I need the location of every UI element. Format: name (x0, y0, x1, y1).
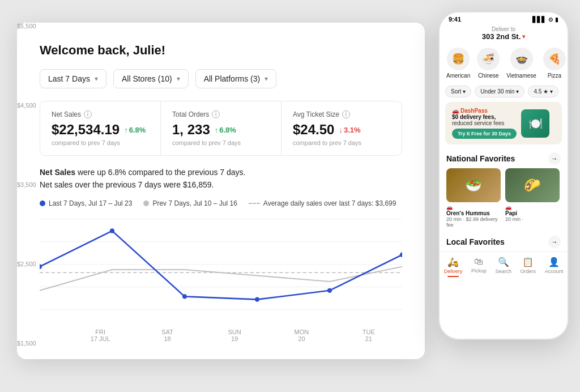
legend-prev: Prev 7 Days, Jul 10 – Jul 16 (143, 199, 237, 207)
total-orders-value: 1, 233 ↑ 6.8% (172, 122, 270, 138)
nav-pickup[interactable]: 🛍 Pickup (471, 257, 487, 277)
dashpass-line2: reduced service fees (452, 120, 517, 126)
legend-dot-prev (143, 201, 149, 206)
local-favorites-arrow[interactable]: → (548, 236, 561, 248)
svg-point-10 (327, 288, 332, 292)
category-chinese[interactable]: 🍜 Chinese (477, 48, 500, 79)
address-display[interactable]: 303 2nd St. ▾ (440, 32, 568, 41)
orens-dashpass: 🚗 (446, 204, 501, 210)
time-filter-pill[interactable]: Under 30 min ▾ (475, 86, 524, 97)
chevron-down-icon: ▾ (95, 75, 98, 83)
legend-average: Average daily sales over last 7 days: $3… (249, 199, 396, 207)
signal-icon: ▋▋▋ (532, 16, 546, 23)
restaurant-orens[interactable]: 🥗 🚗 Oren's Hummus 20 min · $2.99 deliver… (446, 168, 501, 228)
nav-orders[interactable]: 📋 Orders (521, 257, 536, 277)
nav-account[interactable]: 👤 Account (545, 257, 564, 277)
phone-status-bar: 9:41 ▋▋▋ ⊙ ▮ (440, 12, 568, 23)
wifi-icon: ⊙ (548, 16, 553, 23)
pickup-icon: 🛍 (474, 257, 483, 267)
chart-svg (40, 213, 402, 326)
phone-filter-row: Sort ▾ Under 30 min ▾ 4.5 ★ ▾ (440, 83, 568, 102)
restaurant-papi[interactable]: 🌮 🚗 Papi 20 min · (505, 168, 560, 228)
category-american[interactable]: 🍔 American (446, 48, 470, 79)
info-icon[interactable]: i (212, 110, 220, 118)
papi-meta: 20 min · (505, 216, 560, 222)
line-chart (40, 213, 402, 326)
time-chevron-icon: ▾ (516, 88, 519, 95)
avg-ticket-label: Avg Ticket Size i (293, 110, 390, 118)
category-vietnamese[interactable]: 🍲 Vietnamese (506, 48, 536, 79)
national-favorites-arrow[interactable]: → (548, 152, 561, 165)
category-chinese-label: Chinese (478, 73, 499, 79)
nav-search-label: Search (495, 269, 511, 274)
national-favorites-header: National Favorites → (440, 149, 568, 168)
info-icon[interactable]: i (342, 110, 350, 118)
dashpass-line1: $0 delivery fees, (452, 114, 517, 120)
info-icon[interactable]: i (84, 110, 92, 118)
net-sales-metric: Net Sales i $22,534.19 ↑ 6.8% compared t… (40, 101, 161, 155)
sort-filter-pill[interactable]: Sort ▾ (445, 86, 471, 97)
local-favorites-title: Local Favorites (446, 237, 505, 246)
chart-legend: Last 7 Days, Jul 17 – Jul 23 Prev 7 Days… (40, 199, 402, 207)
vietnamese-icon: 🍲 (510, 48, 533, 70)
filter-row: Last 7 Days ▾ All Stores (10) ▾ All Plat… (40, 69, 402, 88)
status-icons: ▋▋▋ ⊙ ▮ (532, 16, 558, 23)
national-favorites-title: National Favorites (446, 154, 515, 163)
net-sales-value: $22,534.19 ↑ 6.8% (52, 122, 149, 138)
category-american-label: American (446, 73, 470, 79)
time-filter-label: Under 30 min (480, 88, 514, 95)
dashboard-card: Welcome back, Julie! Last 7 Days ▾ All S… (17, 23, 425, 359)
local-favorites-header: Local Favorites → (440, 232, 568, 252)
chinese-icon: 🍜 (477, 48, 500, 70)
rating-filter-label: 4.5 ★ (534, 88, 548, 95)
nav-pickup-label: Pickup (471, 268, 487, 274)
sort-label: Sort (451, 88, 461, 95)
avg-ticket-metric: Avg Ticket Size i $24.50 ↓ 3.1% compared… (282, 101, 402, 155)
platforms-filter[interactable]: All Platforms (3) ▾ (195, 69, 277, 88)
platforms-label: All Platforms (3) (204, 74, 261, 83)
american-icon: 🍔 (447, 48, 470, 70)
date-range-filter[interactable]: Last 7 Days ▾ (40, 69, 106, 88)
nav-orders-label: Orders (521, 269, 536, 274)
category-scroll[interactable]: 🍔 American 🍜 Chinese 🍲 Vietnamese 🍕 Pizz… (440, 43, 568, 83)
delivery-icon: 🛵 (447, 257, 459, 267)
x-label-fri: FRI17 JUL (67, 329, 134, 342)
papi-dashpass: 🚗 (505, 204, 560, 210)
phone-overlay: 9:41 ▋▋▋ ⊙ ▮ Deliver to 303 2nd St. ▾ 🍔 … (438, 11, 569, 340)
rating-filter-pill[interactable]: 4.5 ★ ▾ (528, 86, 558, 97)
nav-search[interactable]: 🔍 Search (495, 257, 511, 277)
deliver-to-section: Deliver to 303 2nd St. ▾ (440, 23, 568, 43)
orens-image: 🥗 (446, 168, 501, 202)
legend-line-average (249, 203, 260, 204)
address-chevron-icon: ▾ (522, 33, 525, 40)
sort-chevron-icon: ▾ (463, 88, 466, 95)
dashpass-cta-button[interactable]: Try It Free for 30 Days (452, 129, 517, 139)
orens-name: Oren's Hummus (446, 210, 501, 216)
x-label-sun: SUN19 (201, 329, 268, 342)
dashpass-banner[interactable]: 🚗 DashPass $0 delivery fees, reduced ser… (445, 102, 562, 144)
net-sales-compare: compared to prev 7 days (52, 139, 149, 146)
total-orders-compare: compared to prev 7 days (172, 139, 270, 146)
chart-x-labels: FRI17 JUL SAT18 SUN19 MON20 TUE21 (40, 329, 402, 342)
papi-image: 🌮 (505, 168, 560, 202)
dashpass-image: 🍽️ (521, 109, 549, 138)
category-vietnamese-label: Vietnamese (506, 73, 536, 79)
svg-point-8 (182, 294, 187, 299)
category-pizza[interactable]: 🍕 Pizza (543, 48, 566, 79)
total-orders-label: Total Orders i (172, 110, 270, 118)
papi-name: Papi (505, 210, 560, 216)
account-icon: 👤 (548, 257, 560, 267)
dashpass-badge: 🚗 (505, 204, 511, 210)
nav-delivery[interactable]: 🛵 Delivery (444, 257, 463, 277)
total-orders-change: ↑ 6.8% (215, 126, 236, 134)
avg-ticket-compare: compared to prev 7 days (293, 139, 390, 146)
battery-icon: ▮ (555, 16, 558, 23)
legend-current: Last 7 Days, Jul 17 – Jul 23 (40, 199, 132, 207)
net-sales-label: Net Sales i (52, 110, 149, 118)
dashpass-logo: 🚗 (452, 108, 459, 114)
orens-meta: 20 min · $2.99 delivery fee (446, 216, 501, 228)
stores-filter[interactable]: All Stores (10) ▾ (113, 69, 189, 88)
chevron-down-icon: ▾ (177, 75, 180, 83)
pizza-icon: 🍕 (543, 48, 566, 70)
chevron-down-icon: ▾ (265, 75, 268, 83)
